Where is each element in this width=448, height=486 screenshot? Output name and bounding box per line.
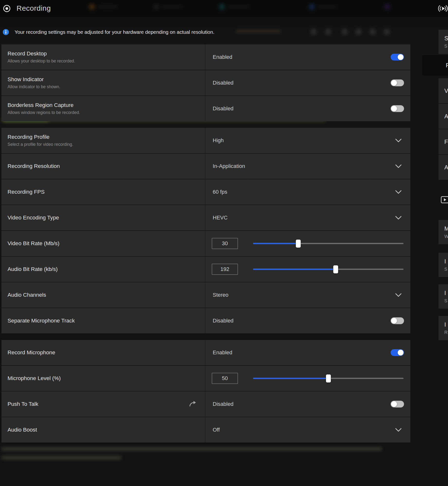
setting-row-record-microphone: Record Microphone Enabled: [1, 340, 410, 365]
setting-label-cell: Recording ProfileSelect a profile for vi…: [1, 128, 205, 153]
recording-profile-dropdown[interactable]: High: [205, 128, 410, 153]
dropdown-value: In-Application: [213, 163, 245, 169]
right-item-label: A: [444, 164, 448, 171]
slider-fill: [253, 243, 298, 244]
separate-microphone-track-toggle[interactable]: [391, 317, 404, 324]
setting-label-cell: Borderless Region CaptureAllows window r…: [1, 96, 205, 121]
setting-row-video-encoding-type: Video Encoding Type HEVC: [1, 205, 410, 230]
right-item-label: I: [444, 258, 448, 265]
video-encoding-type-dropdown[interactable]: HEVC: [205, 205, 410, 230]
info-icon: [2, 29, 9, 35]
setting-sublabel: Allows your desktop to be recorded.: [8, 59, 205, 64]
setting-value-cell: Disabled: [205, 96, 410, 121]
borderless-region-capture-toggle[interactable]: [391, 105, 404, 112]
setting-label: Audio Channels: [8, 292, 205, 298]
right-panel-item[interactable]: M W: [439, 220, 448, 244]
toggle-knob: [398, 54, 404, 60]
right-panel-item[interactable]: I R: [439, 316, 448, 340]
dropdown-value: Off: [213, 427, 220, 433]
setting-label-cell: Video Bit Rate (Mb/s): [1, 231, 205, 256]
app-background: Recording Your recording settings may be…: [0, 0, 448, 486]
setting-label-cell: Record Microphone: [1, 340, 205, 365]
video-bit-rate-slider[interactable]: [253, 243, 404, 244]
right-panel-fragment: S SRVAFAM WI SI SI R: [439, 0, 448, 486]
microphone-level-input[interactable]: 50: [212, 373, 238, 384]
background-blur: [384, 29, 390, 35]
setting-label-cell: Microphone Level (%): [1, 366, 205, 391]
setting-row-audio-boost: Audio Boost Off: [1, 417, 410, 443]
right-item-label: R: [446, 62, 448, 69]
chevron-down-icon: [395, 165, 402, 168]
setting-row-push-to-talk: Push To Talk Disabled: [1, 391, 410, 417]
toggle-knob: [391, 318, 397, 324]
settings-group: Recording ProfileSelect a profile for vi…: [1, 128, 410, 333]
background-blur: [236, 30, 281, 33]
right-panel-item[interactable]: A: [439, 155, 448, 180]
right-panel-item[interactable]: S S: [439, 30, 448, 54]
audio-channels-dropdown[interactable]: Stereo: [205, 282, 410, 308]
audio-bit-rate-input[interactable]: 192: [212, 264, 238, 275]
slider-fill: [253, 378, 328, 379]
push-to-talk-toggle[interactable]: [391, 401, 404, 408]
info-banner: Your recording settings may be adjusted …: [2, 26, 214, 38]
right-item-sublabel: S: [444, 44, 448, 49]
record-microphone-toggle[interactable]: [391, 349, 404, 356]
toggle-state-text: Disabled: [213, 401, 234, 407]
chevron-down-icon: [395, 216, 402, 220]
toggle-knob: [391, 80, 397, 86]
right-panel-item[interactable]: A: [439, 104, 448, 129]
record-desktop-toggle[interactable]: [391, 54, 404, 61]
chevron-down-icon: [395, 428, 402, 432]
toggle-state-text: Disabled: [213, 80, 234, 86]
setting-row-recording-profile: Recording ProfileSelect a profile for vi…: [1, 128, 410, 153]
recording-fps-dropdown[interactable]: 60 fps: [205, 179, 410, 205]
slider-fill: [253, 269, 336, 270]
microphone-level-slider[interactable]: [253, 378, 404, 379]
slider-knob[interactable]: [326, 374, 331, 382]
right-item-sublabel: R: [444, 330, 448, 335]
right-panel-item[interactable]: R: [422, 55, 448, 76]
slider-knob[interactable]: [296, 240, 301, 248]
video-bit-rate-input[interactable]: 30: [212, 238, 238, 249]
setting-value-cell: 50: [205, 366, 410, 391]
setting-row-microphone-level: Microphone Level (%) 50: [1, 366, 410, 391]
setting-label-cell: Audio Channels: [1, 282, 205, 308]
setting-value-cell: Disabled: [205, 391, 410, 417]
right-panel-item[interactable]: I S: [439, 284, 448, 309]
toggle-knob: [391, 106, 397, 112]
toggle-knob: [398, 350, 404, 356]
settings-group: Record DesktopAllows your desktop to be …: [1, 44, 410, 121]
right-item-label: I: [444, 321, 448, 328]
setting-label-cell: Recording Resolution: [1, 154, 205, 179]
setting-value-cell: Enabled: [205, 44, 410, 70]
settings-group: Record Microphone Enabled Microphone Lev…: [1, 340, 410, 443]
background-blur: [369, 29, 376, 35]
recording-resolution-dropdown[interactable]: In-Application: [205, 154, 410, 179]
right-panel-item[interactable]: I S: [439, 253, 448, 277]
chevron-down-icon: [395, 293, 402, 297]
slider-knob[interactable]: [333, 265, 338, 273]
setting-value-cell: Disabled: [205, 70, 410, 95]
setting-sublabel: Select a profile for video recording.: [8, 142, 205, 147]
setting-label: Push To Talk: [8, 401, 205, 407]
right-panel-item[interactable]: [439, 194, 448, 205]
right-item-label: I: [444, 290, 448, 296]
video-icon: [441, 196, 448, 203]
audio-boost-dropdown[interactable]: Off: [205, 417, 410, 443]
audio-bit-rate-slider[interactable]: [253, 269, 404, 270]
background-blur: [310, 29, 317, 35]
page-title: Recording: [17, 4, 51, 12]
setting-value-cell: 192: [205, 257, 410, 282]
setting-label-cell: Push To Talk: [1, 391, 205, 417]
setting-label: Separate Microphone Track: [8, 318, 205, 324]
setting-label: Record Microphone: [8, 349, 205, 356]
right-panel-item[interactable]: F: [439, 129, 448, 154]
setting-label-cell: Audio Bit Rate (kb/s): [1, 257, 205, 282]
show-indicator-toggle[interactable]: [391, 79, 404, 86]
toggle-state-text: Enabled: [213, 54, 232, 60]
setting-label: Recording Profile: [8, 134, 205, 140]
right-panel-item[interactable]: V: [439, 78, 448, 103]
setting-label-cell: Separate Microphone Track: [1, 308, 205, 333]
setting-row-show-indicator: Show IndicatorAllow indicator to be show…: [1, 70, 410, 95]
setting-row-recording-resolution: Recording Resolution In-Application: [1, 154, 410, 179]
